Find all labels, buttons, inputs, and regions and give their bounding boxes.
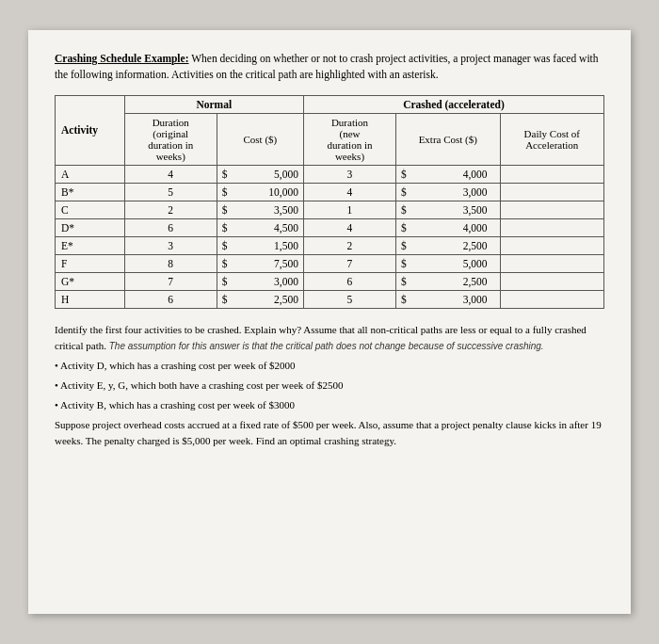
- cell-activity: B*: [56, 183, 125, 201]
- cell-activity: C: [56, 201, 125, 218]
- cell-duration: 7: [124, 272, 217, 290]
- cell-activity: F: [56, 254, 125, 272]
- subheader-cost: Cost ($): [217, 113, 303, 165]
- cell-cost: $ 3,500: [217, 201, 303, 218]
- cell-extra-cost: $ 3,000: [396, 290, 500, 308]
- header-crashed: Crashed (accelerated): [303, 95, 603, 113]
- cell-cost: $ 7,500: [217, 254, 303, 272]
- page: Crashing Schedule Example: When deciding…: [28, 30, 631, 614]
- cell-daily-cost: [500, 272, 603, 290]
- cell-duration: 4: [124, 165, 217, 183]
- cell-daily-cost: [500, 183, 603, 201]
- cell-daily-cost: [500, 236, 603, 254]
- cell-extra-cost: $ 4,000: [396, 165, 500, 183]
- cell-daily-cost: [500, 254, 603, 272]
- cell-daily-cost: [500, 218, 603, 236]
- subheader-new-duration: Duration(newduration inweeks): [303, 113, 395, 165]
- cell-new-duration: 3: [303, 165, 395, 183]
- cell-extra-cost: $ 3,500: [396, 201, 500, 218]
- cell-extra-cost: $ 2,500: [396, 272, 500, 290]
- table-row: F 8 $ 7,500 7 $ 5,000: [56, 254, 604, 272]
- cell-new-duration: 1: [303, 201, 395, 218]
- cell-extra-cost: $ 5,000: [396, 254, 500, 272]
- table-row: B* 5 $ 10,000 4 $ 3,000: [56, 183, 604, 201]
- handwritten-note-1: The assumption for this answer is that t…: [109, 341, 544, 351]
- cell-activity: D*: [56, 218, 125, 236]
- cell-extra-cost: $ 4,000: [396, 218, 500, 236]
- bullet-1: • Activity D, which has a crashing cost …: [55, 358, 604, 374]
- cell-duration: 6: [124, 290, 217, 308]
- cell-activity: H: [56, 290, 125, 308]
- cell-extra-cost: $ 2,500: [396, 236, 500, 254]
- header-normal: Normal: [124, 95, 303, 113]
- cell-duration: 5: [124, 183, 217, 201]
- subheader-extra-cost: Extra Cost ($): [396, 113, 500, 165]
- cell-daily-cost: [500, 290, 603, 308]
- table-row: A 4 $ 5,000 3 $ 4,000: [56, 165, 604, 183]
- intro-title: Crashing Schedule Example:: [55, 53, 189, 64]
- table-row: D* 6 $ 4,500 4 $ 4,000: [56, 218, 604, 236]
- cell-cost: $ 5,000: [217, 165, 303, 183]
- table-row: C 2 $ 3,500 1 $ 3,500: [56, 201, 604, 218]
- para-2: Suppose project overhead costs accrued a…: [55, 417, 604, 449]
- cell-new-duration: 7: [303, 254, 395, 272]
- table-row: E* 3 $ 1,500 2 $ 2,500: [56, 236, 604, 254]
- cell-activity: G*: [56, 272, 125, 290]
- cell-daily-cost: [500, 165, 603, 183]
- cell-duration: 6: [124, 218, 217, 236]
- cell-duration: 2: [124, 201, 217, 218]
- cell-cost: $ 10,000: [217, 183, 303, 201]
- header-activity: Activity: [56, 95, 125, 165]
- cell-cost: $ 3,000: [217, 272, 303, 290]
- cell-cost: $ 2,500: [217, 290, 303, 308]
- table-row: H 6 $ 2,500 5 $ 3,000: [56, 290, 604, 308]
- cell-extra-cost: $ 3,000: [396, 183, 500, 201]
- bullet-2: • Activity E, y, G, which both have a cr…: [55, 378, 604, 394]
- crashing-table: Activity Normal Crashed (accelerated) Du…: [55, 95, 604, 309]
- cell-new-duration: 4: [303, 183, 395, 201]
- table-row: G* 7 $ 3,000 6 $ 2,500: [56, 272, 604, 290]
- subheader-duration: Duration(originalduration inweeks): [124, 113, 217, 165]
- cell-new-duration: 5: [303, 290, 395, 308]
- cell-new-duration: 6: [303, 272, 395, 290]
- cell-daily-cost: [500, 201, 603, 218]
- cell-activity: E*: [56, 236, 125, 254]
- cell-duration: 3: [124, 236, 217, 254]
- subheader-daily-cost: Daily Cost ofAcceleration: [500, 113, 603, 165]
- bottom-section: Identify the first four activities to be…: [55, 322, 604, 449]
- cell-cost: $ 1,500: [217, 236, 303, 254]
- cell-new-duration: 4: [303, 218, 395, 236]
- cell-cost: $ 4,500: [217, 218, 303, 236]
- cell-new-duration: 2: [303, 236, 395, 254]
- intro-text: Crashing Schedule Example: When deciding…: [55, 51, 604, 84]
- cell-duration: 8: [124, 254, 217, 272]
- bottom-main: Identify the first four activities to be…: [55, 322, 604, 354]
- bullet-3: • Activity B, which has a crashing cost …: [55, 397, 604, 413]
- cell-activity: A: [56, 165, 125, 183]
